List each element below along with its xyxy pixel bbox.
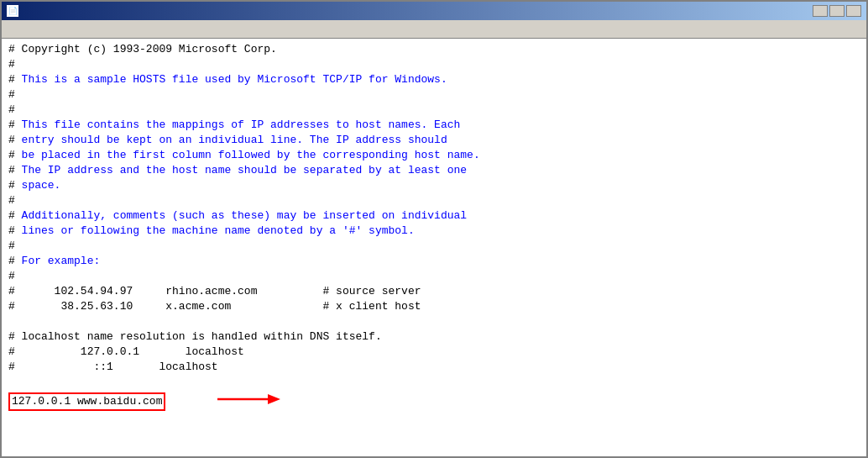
red-arrow-icon xyxy=(174,375,280,429)
hash-symbol: # xyxy=(8,42,15,57)
menu-help[interactable] xyxy=(59,28,72,31)
hash-symbol: # xyxy=(8,239,15,254)
line-text: Additionally, comments (such as these) m… xyxy=(15,208,467,224)
line-item xyxy=(8,314,860,329)
line-item: # xyxy=(8,103,860,118)
line-text: ::1 localhost xyxy=(15,360,218,375)
line-text: For example: xyxy=(15,254,100,269)
line-item: # xyxy=(8,239,860,254)
line-item: # xyxy=(8,193,860,208)
line-text: This is a sample HOSTS file used by Micr… xyxy=(15,72,447,87)
line-text: Copyright (c) 1993-2009 Microsoft Corp. xyxy=(15,42,277,57)
line-item: # Additionally, comments (such as these)… xyxy=(8,208,860,224)
line-item: # lines or following the machine name de… xyxy=(8,224,860,239)
hash-symbol: # xyxy=(8,133,15,148)
line-item: # 127.0.0.1 localhost xyxy=(8,345,860,360)
hash-symbol: # xyxy=(8,254,15,269)
line-text: 127.0.0.1 localhost xyxy=(15,345,244,360)
line-item: # xyxy=(8,269,860,284)
menu-edit[interactable] xyxy=(18,28,32,31)
hash-symbol: # xyxy=(8,299,15,314)
window-controls xyxy=(813,5,861,17)
title-bar-left: 📄 xyxy=(7,5,22,17)
svg-marker-1 xyxy=(268,394,280,404)
hash-symbol: # xyxy=(8,208,15,224)
line-text: space. xyxy=(15,178,61,193)
line-text: lines or following the machine name deno… xyxy=(15,224,415,239)
hash-symbol: # xyxy=(8,193,15,208)
line-item: # 102.54.94.97 rhino.acme.com # source s… xyxy=(8,284,860,299)
line-item: # 38.25.63.10 x.acme.com # x client host xyxy=(8,299,860,314)
line-item: # Copyright (c) 1993-2009 Microsoft Corp… xyxy=(8,42,860,57)
hash-symbol: # xyxy=(8,360,15,375)
line-text: entry should be kept on an individual li… xyxy=(15,133,447,148)
hash-symbol: # xyxy=(8,269,15,284)
text-editor[interactable]: # Copyright (c) 1993-2009 Microsoft Corp… xyxy=(2,39,866,456)
line-text: 38.25.63.10 x.acme.com # x client host xyxy=(15,299,421,314)
line-text: This file contains the mappings of IP ad… xyxy=(15,118,461,133)
title-bar: 📄 xyxy=(2,2,866,20)
hash-symbol: # xyxy=(8,329,15,345)
hash-symbol: # xyxy=(8,118,15,133)
hash-symbol: # xyxy=(8,178,15,193)
line-item: # be placed in the first column followed… xyxy=(8,148,860,163)
notepad-window: 📄 # Copyright (c) 1993-2009 Microsoft Co… xyxy=(0,0,868,458)
hash-symbol: # xyxy=(8,345,15,360)
line-text: 102.54.94.97 rhino.acme.com # source ser… xyxy=(15,284,421,299)
line-item: # entry should be kept on an individual … xyxy=(8,133,860,148)
hash-symbol: # xyxy=(8,72,15,87)
hash-symbol: # xyxy=(8,103,15,118)
line-item: # localhost name resolution is handled w… xyxy=(8,329,860,345)
line-text: be placed in the first column followed b… xyxy=(15,148,480,163)
hash-symbol: # xyxy=(8,87,15,103)
line-item: # The IP address and the host name shoul… xyxy=(8,163,860,178)
menu-view[interactable] xyxy=(45,28,59,31)
menu-file[interactable] xyxy=(5,28,18,31)
hash-symbol: # xyxy=(8,148,15,163)
line-item: # This file contains the mappings of IP … xyxy=(8,118,860,133)
minimize-button[interactable] xyxy=(813,5,828,17)
line-text: The IP address and the host name should … xyxy=(15,163,467,178)
hash-symbol: # xyxy=(8,163,15,178)
line-item: # space. xyxy=(8,178,860,193)
menu-bar xyxy=(2,20,866,39)
hash-symbol: # xyxy=(8,57,15,72)
menu-format[interactable] xyxy=(32,28,45,31)
line-item: # ::1 localhost xyxy=(8,360,860,375)
line-text: localhost name resolution is handled wit… xyxy=(15,329,382,345)
file-content: # Copyright (c) 1993-2009 Microsoft Corp… xyxy=(8,42,860,429)
hash-symbol: # xyxy=(8,224,15,239)
highlighted-entry: 127.0.0.1 www.baidu.com xyxy=(8,392,165,411)
app-icon: 📄 xyxy=(7,5,18,17)
hash-symbol: # xyxy=(8,284,15,299)
close-button[interactable] xyxy=(846,5,861,17)
line-item: # xyxy=(8,87,860,103)
line-item: # For example: xyxy=(8,254,860,269)
line-item: # This is a sample HOSTS file used by Mi… xyxy=(8,72,860,87)
maximize-button[interactable] xyxy=(829,5,844,17)
line-item: # xyxy=(8,57,860,72)
line-item: 127.0.0.1 www.baidu.com xyxy=(8,375,860,429)
